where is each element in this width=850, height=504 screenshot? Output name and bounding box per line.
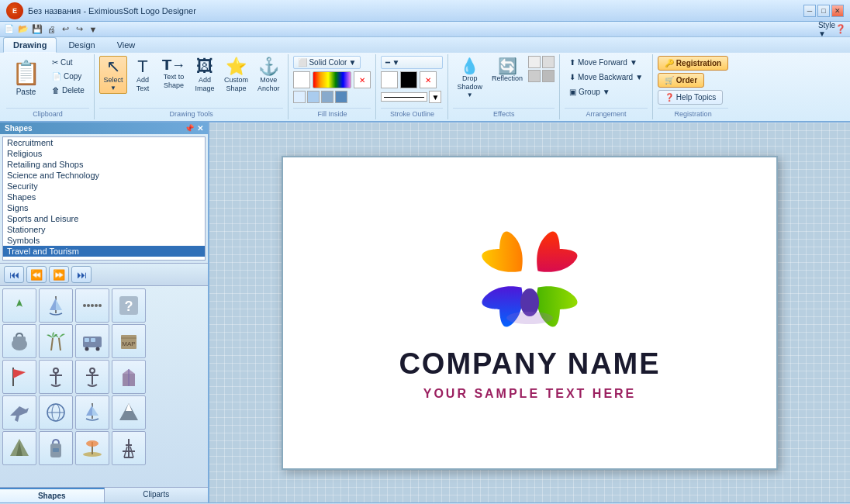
fill-none-swatch[interactable]: ✕: [354, 71, 371, 88]
shape-icon-box[interactable]: [112, 360, 146, 394]
fill-swatch-1[interactable]: [293, 91, 306, 103]
svg-point-47: [86, 440, 98, 447]
list-item[interactable]: Recruitment: [3, 137, 205, 148]
cut-button[interactable]: ✂ Cut: [47, 56, 89, 69]
shape-icon-compass[interactable]: MAP: [112, 324, 146, 358]
move-anchor-button[interactable]: ⚓ Move Anchor: [254, 56, 284, 95]
close-button[interactable]: ✕: [831, 5, 844, 17]
shape-icon-dots[interactable]: [75, 288, 109, 323]
shape-icon-mountain[interactable]: [112, 395, 146, 430]
play-first-button[interactable]: ⏮: [4, 266, 24, 283]
list-item[interactable]: Science and Technology: [3, 170, 205, 181]
shape-icon-plane[interactable]: [2, 395, 36, 430]
shape-icon-eiffel[interactable]: [112, 431, 146, 465]
list-item[interactable]: Sports and Leisure: [3, 213, 205, 224]
redo-button[interactable]: ↪: [73, 23, 85, 36]
style-label[interactable]: Style ▼: [821, 23, 833, 36]
print-button[interactable]: 🖨: [45, 23, 57, 36]
stroke-none-swatch[interactable]: ✕: [420, 71, 437, 88]
add-image-button[interactable]: 🖼 Add Image: [191, 56, 219, 95]
fill-white-swatch[interactable]: [293, 71, 310, 88]
shape-icon-island[interactable]: [2, 288, 36, 323]
svg-rect-16: [85, 338, 89, 342]
shape-icon-backpack[interactable]: [39, 431, 73, 465]
shape-icon-anchor2[interactable]: [39, 360, 73, 394]
list-item[interactable]: Shapes: [3, 192, 205, 202]
help-topics-button[interactable]: ❓ Help Topics: [658, 90, 723, 105]
play-next-button[interactable]: ⏩: [49, 266, 69, 283]
shape-icon-palms[interactable]: [39, 324, 73, 358]
effect-swatch-4[interactable]: [542, 70, 555, 82]
shapes-list[interactable]: Recruitment Religious Retailing and Shop…: [2, 136, 206, 261]
stroke-black-swatch[interactable]: [400, 71, 417, 88]
drawing-tools-content: ↖ Select ▼ T Add Text 𝗧→ Text to Shape 🖼…: [99, 54, 284, 106]
save-button[interactable]: 💾: [31, 23, 43, 36]
new-button[interactable]: 📄: [3, 23, 16, 36]
shape-icon-flag[interactable]: [2, 360, 36, 394]
shape-icon-sailboat[interactable]: [39, 288, 73, 323]
play-prev-button[interactable]: ⏪: [26, 266, 47, 283]
effect-swatch-2[interactable]: [542, 56, 555, 68]
custom-shape-button[interactable]: ⭐ Custom Shape: [220, 56, 252, 95]
tab-design[interactable]: Design: [58, 37, 105, 53]
shape-icon-anchor3[interactable]: [75, 360, 109, 394]
list-item[interactable]: Retailing and Shops: [3, 159, 205, 170]
paste-button[interactable]: 📋 Paste: [6, 56, 46, 99]
shape-icon-beach[interactable]: [75, 431, 109, 465]
move-backward-button[interactable]: ⬇ Move Backward ▼: [565, 71, 648, 84]
fill-swatch-2[interactable]: [307, 91, 320, 103]
canvas-area[interactable]: COMPANY NAME YOUR SAMPLE TEXT HERE: [209, 123, 850, 502]
stroke-width-btn[interactable]: ▼: [429, 91, 441, 103]
list-item[interactable]: Religious: [3, 148, 205, 159]
select-button[interactable]: ↖ Select ▼: [99, 56, 127, 94]
sidebar-close-btn[interactable]: ✕: [197, 124, 203, 133]
group-button[interactable]: ▣ Group ▼: [565, 85, 615, 98]
effect-swatch-1[interactable]: [528, 56, 541, 68]
play-last-button[interactable]: ⏭: [71, 266, 92, 283]
open-button[interactable]: 📂: [17, 23, 29, 36]
tab-view[interactable]: View: [107, 37, 146, 53]
maximize-button[interactable]: □: [817, 5, 830, 17]
order-button[interactable]: 🛒 Order: [658, 73, 704, 88]
shape-icon-globe[interactable]: [39, 395, 73, 430]
undo-button[interactable]: ↩: [59, 23, 71, 36]
effect-swatch-3[interactable]: [528, 70, 541, 82]
solid-color-dropdown[interactable]: ⬜ Solid Color ▼: [293, 56, 361, 69]
tab-cliparts[interactable]: Cliparts: [105, 488, 209, 502]
sidebar-pin-btn[interactable]: 📌: [185, 124, 194, 133]
help-icon[interactable]: ❓: [834, 23, 847, 36]
stroke-dropdown[interactable]: ━ ▼: [381, 56, 443, 69]
list-item[interactable]: Symbols: [3, 235, 205, 246]
move-forward-button[interactable]: ⬆ Move Forward ▼: [565, 56, 642, 69]
shape-icon-bus[interactable]: [75, 324, 109, 358]
list-item[interactable]: Stationery: [3, 224, 205, 235]
registration-button[interactable]: 🔑 Registration: [658, 56, 728, 71]
shape-icon-tent[interactable]: [2, 431, 36, 465]
shape-icon-sailboat2[interactable]: [75, 395, 109, 430]
reflection-button[interactable]: 🔄 Reflection: [488, 56, 527, 85]
copy-button[interactable]: 📄 Copy: [47, 70, 89, 83]
minimize-button[interactable]: ─: [803, 5, 816, 17]
shape-icon-question[interactable]: ?: [112, 288, 146, 323]
text-to-shape-button[interactable]: 𝗧→ Text to Shape: [158, 56, 189, 91]
list-item[interactable]: Security: [3, 181, 205, 192]
shape-icon-bag[interactable]: [2, 324, 36, 358]
add-text-button[interactable]: T Add Text: [129, 56, 157, 95]
svg-point-8: [98, 304, 102, 307]
drop-shadow-button[interactable]: 💧 Drop Shadow ▼: [453, 56, 486, 101]
window-controls[interactable]: ─ □ ✕: [803, 5, 844, 17]
fill-swatch-4[interactable]: [335, 91, 347, 103]
fill-gradient-preview[interactable]: [313, 71, 351, 88]
fill-swatch-3[interactable]: [321, 91, 333, 103]
svg-point-24: [54, 368, 58, 373]
stroke-white-swatch[interactable]: [381, 71, 398, 88]
clipboard-secondary: ✂ Cut 📄 Copy 🗑 Delete: [47, 56, 89, 97]
tab-shapes[interactable]: Shapes: [0, 488, 105, 502]
list-item-selected[interactable]: Travel and Tourism: [3, 246, 205, 257]
list-item[interactable]: Signs: [3, 202, 205, 213]
effects-secondary: [528, 56, 555, 82]
qa-dropdown[interactable]: ▼: [87, 23, 99, 36]
sidebar-controls[interactable]: 📌 ✕: [185, 124, 203, 133]
tab-drawing[interactable]: Drawing: [3, 37, 57, 53]
delete-button[interactable]: 🗑 Delete: [47, 84, 89, 97]
